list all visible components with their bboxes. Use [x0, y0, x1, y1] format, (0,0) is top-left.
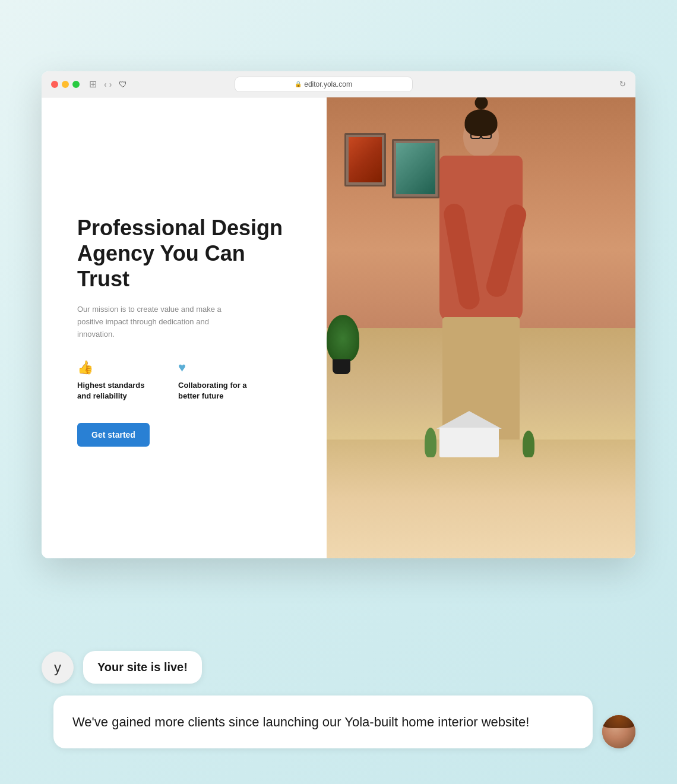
- user-message-row: We've gained more clients since launchin…: [53, 696, 635, 748]
- browser-window: ⊞ ‹ › 🛡 🔒 editor.yola.com ↻ Professional…: [42, 71, 635, 558]
- browser-chrome: ⊞ ‹ › 🛡 🔒 editor.yola.com ↻: [42, 71, 635, 97]
- table-surface: [327, 440, 635, 558]
- yola-message-row: y Your site is live!: [42, 651, 635, 684]
- website-content: Professional Design Agency You Can Trust…: [42, 97, 635, 558]
- user-avatar-hair: [602, 715, 635, 728]
- minimize-button[interactable]: [62, 81, 69, 88]
- features-row: 👍 Highest standards and reliability ♥ Co…: [77, 360, 297, 402]
- model-house-roof: [436, 411, 502, 429]
- person-figure: [416, 115, 546, 460]
- thumbs-up-icon: 👍: [77, 360, 154, 375]
- forward-arrow[interactable]: ›: [109, 80, 112, 89]
- nav-arrows: ‹ ›: [104, 80, 112, 89]
- shield-icon: 🛡: [119, 80, 127, 89]
- yola-message-text: Your site is live!: [97, 660, 188, 674]
- feature-item-standards: 👍 Highest standards and reliability: [77, 360, 154, 402]
- user-message-text: We've gained more clients since launchin…: [72, 715, 529, 729]
- get-started-button[interactable]: Get started: [77, 423, 150, 447]
- left-panel: Professional Design Agency You Can Trust…: [42, 97, 327, 558]
- hero-title: Professional Design Agency You Can Trust: [77, 215, 297, 292]
- plant-1: [327, 315, 362, 374]
- user-avatar-face: [602, 715, 635, 748]
- plant-leaves: [327, 315, 359, 362]
- hero-photo: [327, 97, 635, 558]
- traffic-lights: [51, 81, 80, 88]
- person-body: [439, 156, 523, 322]
- sidebar-toggle[interactable]: ⊞: [89, 78, 97, 90]
- feature-label-collaborating: Collaborating for a better future: [178, 380, 255, 402]
- feature-label-standards: Highest standards and reliability: [77, 380, 154, 402]
- chat-section: y Your site is live! We've gained more c…: [42, 651, 635, 748]
- person-arm-left: [442, 202, 482, 311]
- yola-avatar: y: [42, 652, 74, 684]
- user-chat-bubble: We've gained more clients since launchin…: [53, 696, 593, 748]
- maximize-button[interactable]: [72, 81, 80, 88]
- refresh-icon[interactable]: ↻: [619, 80, 626, 88]
- model-house-body: [439, 428, 499, 457]
- right-panel: [327, 97, 635, 558]
- address-bar[interactable]: 🔒 editor.yola.com: [235, 77, 413, 92]
- yola-logo-letter: y: [54, 659, 61, 676]
- person-hair: [465, 109, 498, 136]
- close-button[interactable]: [51, 81, 58, 88]
- user-avatar: [602, 715, 635, 748]
- wall-frame-1: [344, 133, 386, 186]
- feature-item-collaborating: ♥ Collaborating for a better future: [178, 360, 255, 402]
- model-house: [422, 410, 540, 457]
- url-text: editor.yola.com: [304, 80, 352, 88]
- person-head: [463, 115, 499, 157]
- heart-icon: ♥: [178, 360, 255, 375]
- model-tree-left: [425, 428, 436, 457]
- model-tree-right: [523, 431, 534, 457]
- hero-subtitle: Our mission is to create value and make …: [77, 304, 243, 340]
- person-arm-right: [484, 202, 529, 299]
- plant-pot: [333, 359, 350, 374]
- back-arrow[interactable]: ‹: [104, 80, 107, 89]
- frame1-inner: [349, 137, 382, 182]
- lock-icon: 🔒: [295, 81, 302, 87]
- yola-chat-bubble: Your site is live!: [83, 651, 202, 684]
